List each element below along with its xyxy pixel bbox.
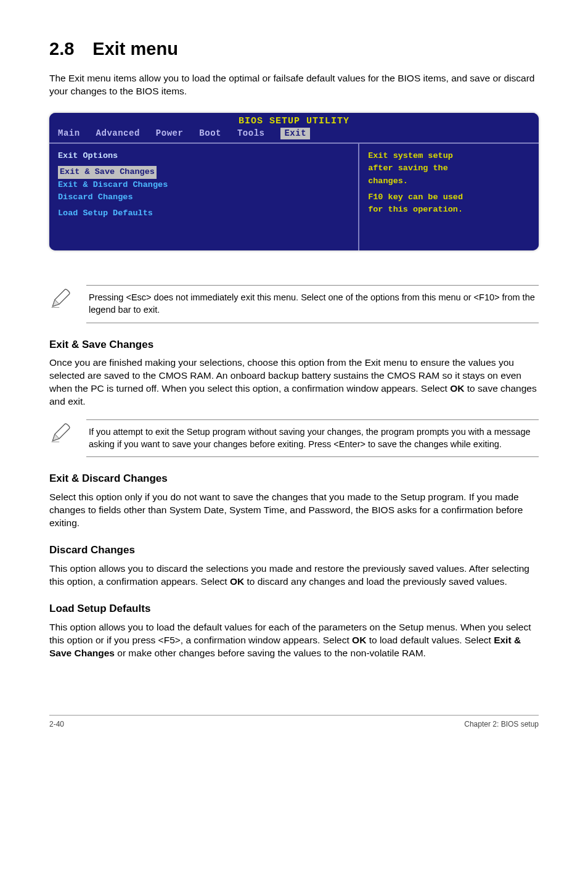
pencil-icon xyxy=(49,419,86,448)
help-line-4: F10 key can be used xyxy=(368,191,530,204)
subhead-exit-discard: Exit & Discard Changes xyxy=(49,472,539,486)
para-s4-b: to load default values. Select xyxy=(366,635,494,645)
para-s3-b: to discard any changes and load the prev… xyxy=(244,576,507,587)
exit-save-changes-item[interactable]: Exit & Save Changes xyxy=(58,166,157,178)
subhead-load-defaults: Load Setup Defaults xyxy=(49,602,539,616)
ok-bold-2: OK xyxy=(230,576,244,587)
bios-tabs: Main Advanced Power Boot Tools Exit xyxy=(49,128,539,142)
note-text-1: Pressing <Esc> does not immediately exit… xyxy=(86,285,539,323)
section-title: Exit menu xyxy=(92,39,178,59)
bios-setup-panel: BIOS SETUP UTILITY Main Advanced Power B… xyxy=(49,113,539,250)
help-line-1: Exit system setup xyxy=(368,150,530,162)
para-s4-c: or make other changes before saving the … xyxy=(115,648,426,658)
section-heading: 2.8Exit menu xyxy=(49,37,539,61)
para-exit-discard: Select this option only if you do not wa… xyxy=(49,491,539,530)
intro-paragraph: The Exit menu items allow you to load th… xyxy=(49,72,539,98)
load-setup-defaults-item[interactable]: Load Setup Defaults xyxy=(58,207,349,220)
pencil-icon xyxy=(49,285,86,313)
bios-title: BIOS SETUP UTILITY xyxy=(49,113,539,128)
note-text-2: If you attempt to exit the Setup program… xyxy=(86,419,539,457)
para-discard: This option allows you to discard the se… xyxy=(49,563,539,588)
bios-left-pane: Exit Options Exit & Save Changes Exit & … xyxy=(49,144,359,250)
chapter-label: Chapter 2: BIOS setup xyxy=(464,719,539,729)
tab-power[interactable]: Power xyxy=(156,128,184,139)
tab-advanced[interactable]: Advanced xyxy=(96,128,140,139)
note-callout-1: Pressing <Esc> does not immediately exit… xyxy=(49,285,539,323)
exit-discard-changes-item[interactable]: Exit & Discard Changes xyxy=(58,179,349,191)
tab-exit[interactable]: Exit xyxy=(280,128,310,139)
para-exit-save: Once you are finished making your select… xyxy=(49,357,539,408)
subhead-exit-save: Exit & Save Changes xyxy=(49,338,539,352)
page-number: 2-40 xyxy=(49,719,64,729)
tab-main[interactable]: Main xyxy=(58,128,80,139)
section-number: 2.8 xyxy=(49,39,74,59)
ok-bold-3: OK xyxy=(352,635,366,645)
ok-bold-1: OK xyxy=(450,383,464,394)
help-line-2: after saving the xyxy=(368,162,530,175)
bios-body: Exit Options Exit & Save Changes Exit & … xyxy=(49,142,539,250)
exit-options-heading: Exit Options xyxy=(58,150,349,162)
note-callout-2: If you attempt to exit the Setup program… xyxy=(49,419,539,457)
discard-changes-item[interactable]: Discard Changes xyxy=(58,191,349,204)
help-line-5: for this operation. xyxy=(368,204,530,216)
tab-tools[interactable]: Tools xyxy=(237,128,265,139)
subhead-discard: Discard Changes xyxy=(49,543,539,558)
tab-boot[interactable]: Boot xyxy=(199,128,221,139)
bios-right-pane: Exit system setup after saving the chang… xyxy=(359,144,539,250)
help-line-3: changes. xyxy=(368,175,530,188)
para-load-defaults: This option allows you to load the defau… xyxy=(49,621,539,660)
page-footer: 2-40 Chapter 2: BIOS setup xyxy=(49,715,539,729)
